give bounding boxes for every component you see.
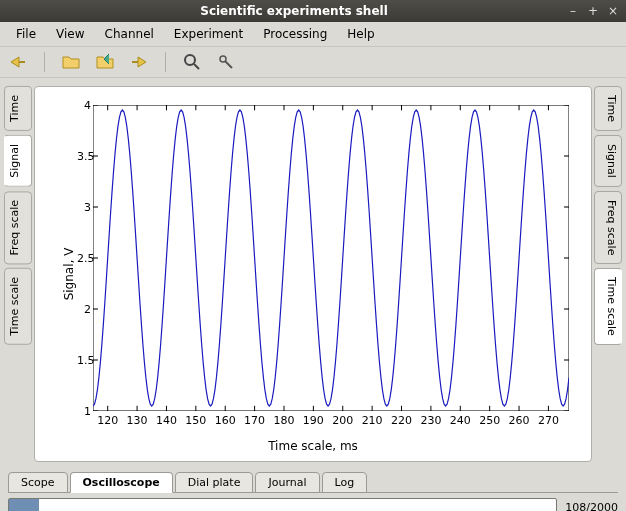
progress-text: 108/2000 [561, 501, 618, 512]
bottom-tabs: ScopeOscilloscopeDial plateJournalLog [0, 468, 626, 492]
menu-experiment[interactable]: Experiment [164, 24, 253, 44]
left-tab-time[interactable]: Time [4, 86, 32, 131]
toolbar-separator [44, 52, 45, 72]
window-titlebar: Scientific experiments shell – + × [0, 0, 626, 22]
progress-row: 108/2000 [0, 493, 626, 511]
x-tick-label: 220 [391, 414, 412, 427]
export-icon [130, 55, 148, 69]
y-tick-label: 4 [77, 99, 91, 112]
x-tick-label: 240 [450, 414, 471, 427]
tab-log[interactable]: Log [322, 472, 368, 493]
menu-view[interactable]: View [46, 24, 94, 44]
zoom-icon [184, 54, 200, 70]
tab-journal[interactable]: Journal [255, 472, 319, 493]
x-tick-label: 130 [127, 414, 148, 427]
tool-icon [218, 54, 234, 70]
right-side-tabs: TimeSignalFreq scaleTime scale [594, 86, 622, 345]
window-close-button[interactable]: × [606, 4, 620, 18]
x-tick-label: 260 [509, 414, 530, 427]
right-tab-time-scale[interactable]: Time scale [594, 268, 622, 345]
progress-fill [9, 499, 39, 511]
zoom-button[interactable] [180, 50, 204, 74]
left-tab-freq-scale[interactable]: Freq scale [4, 191, 32, 264]
y-tick-label: 2.5 [77, 252, 91, 265]
x-tick-label: 150 [185, 414, 206, 427]
menu-processing[interactable]: Processing [253, 24, 337, 44]
right-tab-time[interactable]: Time [594, 86, 622, 131]
svg-line-3 [225, 61, 232, 68]
svg-line-1 [194, 64, 199, 69]
left-side-tabs: TimeSignalFreq scaleTime scale [4, 86, 32, 345]
menu-channel[interactable]: Channel [95, 24, 164, 44]
progress-bar [8, 498, 557, 511]
app-icon [6, 4, 20, 18]
chart-svg [93, 105, 569, 411]
window-title: Scientific experiments shell [28, 4, 560, 18]
x-tick-label: 200 [332, 414, 353, 427]
x-tick-label: 180 [273, 414, 294, 427]
x-tick-label: 170 [244, 414, 265, 427]
left-tab-signal[interactable]: Signal [4, 135, 32, 187]
tab-dial-plate[interactable]: Dial plate [175, 472, 254, 493]
back-button[interactable] [6, 50, 30, 74]
right-tab-signal[interactable]: Signal [594, 135, 622, 187]
import-icon [96, 54, 114, 70]
y-axis-label: Signal, V [62, 248, 76, 301]
x-tick-label: 140 [156, 414, 177, 427]
svg-point-0 [185, 55, 195, 65]
y-tick-label: 3 [77, 201, 91, 214]
plot-panel: Signal, V Time scale, ms 11.522.533.54 1… [34, 86, 592, 462]
x-tick-label: 210 [362, 414, 383, 427]
x-tick-label: 270 [538, 414, 559, 427]
right-tab-freq-scale[interactable]: Freq scale [594, 191, 622, 264]
tab-scope[interactable]: Scope [8, 472, 68, 493]
x-tick-label: 230 [420, 414, 441, 427]
x-tick-label: 190 [303, 414, 324, 427]
x-axis-label: Time scale, ms [45, 439, 581, 453]
chart-area[interactable] [93, 105, 569, 411]
window-minimize-button[interactable]: – [566, 4, 580, 18]
y-tick-label: 2 [77, 303, 91, 316]
open-folder-icon [62, 54, 80, 70]
measure-button[interactable] [214, 50, 238, 74]
menubar: FileViewChannelExperimentProcessingHelp [0, 22, 626, 47]
open-file-button[interactable] [59, 50, 83, 74]
toolbar [0, 47, 626, 78]
back-icon [9, 55, 27, 69]
y-tick-label: 1.5 [77, 354, 91, 367]
import-button[interactable] [93, 50, 117, 74]
window-maximize-button[interactable]: + [586, 4, 600, 18]
toolbar-separator [165, 52, 166, 72]
left-tab-time-scale[interactable]: Time scale [4, 268, 32, 345]
main-content: TimeSignalFreq scaleTime scale Signal, V… [0, 78, 626, 468]
x-tick-label: 250 [479, 414, 500, 427]
export-button[interactable] [127, 50, 151, 74]
x-tick-label: 120 [97, 414, 118, 427]
x-tick-label: 160 [215, 414, 236, 427]
tab-oscilloscope[interactable]: Oscilloscope [70, 472, 173, 493]
y-tick-label: 1 [77, 405, 91, 418]
menu-help[interactable]: Help [337, 24, 384, 44]
menu-file[interactable]: File [6, 24, 46, 44]
y-tick-label: 3.5 [77, 150, 91, 163]
